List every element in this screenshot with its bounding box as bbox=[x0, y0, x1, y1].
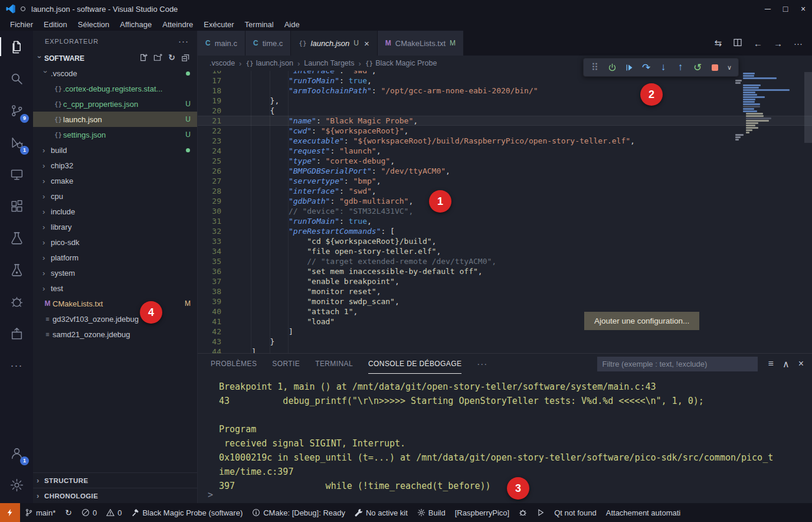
step-out-icon[interactable]: ↑ bbox=[675, 61, 686, 74]
menu-affichage[interactable]: Affichage bbox=[114, 19, 157, 30]
tree-item-include[interactable]: ›include bbox=[33, 204, 197, 219]
drag-handle-icon[interactable]: ⠿ bbox=[589, 61, 601, 74]
editor-scrollbar[interactable] bbox=[804, 72, 812, 143]
menu-terminal[interactable]: Terminal bbox=[240, 19, 279, 30]
maximize-button[interactable]: □ bbox=[777, 0, 794, 18]
power-icon[interactable] bbox=[606, 61, 618, 74]
status-debug-config[interactable]: Black Magic Probe (software) bbox=[126, 503, 247, 522]
tab-launch.json[interactable]: {}launch.jsonU× bbox=[291, 31, 377, 56]
activity-run-and-debug-icon[interactable]: 1 bbox=[0, 126, 33, 158]
status-qt-status[interactable]: Qt not found bbox=[549, 503, 601, 522]
status-cmake-status[interactable]: CMake: [Debug]: Ready bbox=[247, 503, 350, 522]
tree-item-settings.json[interactable]: {}settings.jsonU bbox=[33, 127, 197, 142]
tree-item-.vscode[interactable]: ›.vscode bbox=[33, 66, 197, 81]
tree-item-test[interactable]: ›test bbox=[33, 280, 197, 296]
tree-item-gd32vf103_ozone.jdebug[interactable]: ≡gd32vf103_ozone.jdebug bbox=[33, 311, 197, 327]
menu-edition[interactable]: Edition bbox=[38, 19, 73, 30]
continue-icon[interactable] bbox=[623, 61, 635, 74]
section-header-software[interactable]: › SOFTWARE ↻ bbox=[33, 51, 197, 66]
tree-item-.cortex-debug.registers.stat...[interactable]: {}.cortex-debug.registers.stat... bbox=[33, 81, 197, 96]
restart-icon[interactable]: ↺ bbox=[692, 61, 703, 74]
tree-item-platform[interactable]: ›platform bbox=[33, 250, 197, 265]
breadcrumb-item[interactable]: {}Black Magic Probe bbox=[365, 59, 437, 67]
code-editor[interactable]: 16 "interface": "swd",17 "runToMain": tr… bbox=[198, 71, 812, 353]
refresh-icon[interactable]: ↻ bbox=[168, 53, 175, 64]
breadcrumb-item[interactable]: .vscode bbox=[209, 59, 235, 67]
add-configuration-button[interactable]: Ajouter une configuration... bbox=[584, 312, 699, 330]
console-filter-input[interactable] bbox=[597, 357, 758, 371]
menu-atteindre[interactable]: Atteindre bbox=[157, 19, 198, 30]
tree-item-chip32[interactable]: ›chip32 bbox=[33, 158, 197, 173]
minimize-button[interactable]: ─ bbox=[759, 0, 777, 18]
activity-search-icon[interactable] bbox=[0, 63, 33, 94]
tree-item-build[interactable]: ›build bbox=[33, 142, 197, 158]
tree-item-samd21_ozone.jdebug[interactable]: ≡samd21_ozone.jdebug bbox=[33, 327, 197, 342]
activity-flask-icon[interactable] bbox=[0, 254, 33, 286]
status-warnings[interactable]: 0 bbox=[102, 503, 126, 522]
tab-main.c[interactable]: Cmain.c bbox=[198, 31, 245, 56]
activity-account-icon[interactable]: 1 bbox=[0, 437, 33, 469]
activity-remote-explorer-icon[interactable] bbox=[0, 158, 33, 190]
panel-tab-problèmes[interactable]: PROBLÈMES bbox=[211, 354, 257, 374]
status-git-branch[interactable]: main* bbox=[20, 503, 60, 522]
sidebar-more-icon[interactable]: ··· bbox=[178, 36, 189, 46]
split-editor-icon[interactable] bbox=[733, 38, 742, 49]
collapse-folders-icon[interactable] bbox=[181, 53, 190, 64]
section-structure[interactable]: ›STRUCTURE bbox=[33, 472, 197, 488]
section-chronologie[interactable]: ›CHRONOLOGIE bbox=[33, 488, 197, 503]
maximize-panel-icon[interactable]: ∧ bbox=[782, 358, 790, 370]
status-debug-bug[interactable] bbox=[514, 503, 532, 522]
tree-item-c_cpp_properties.json[interactable]: {}c_cpp_properties.jsonU bbox=[33, 96, 197, 112]
panel-tab-sortie[interactable]: SORTIE bbox=[272, 354, 300, 374]
tree-item-cpu[interactable]: ›cpu bbox=[33, 188, 197, 204]
menu-sélection[interactable]: Sélection bbox=[73, 19, 114, 30]
forward-icon[interactable]: → bbox=[774, 38, 782, 48]
activity-extensions-icon[interactable] bbox=[0, 190, 33, 222]
status-errors[interactable]: 0 bbox=[77, 503, 102, 522]
tab-CMakeLists.txt[interactable]: MCMakeLists.txtM bbox=[378, 31, 464, 56]
open-changes-icon[interactable]: ⇆ bbox=[714, 38, 722, 48]
menu-exécuter[interactable]: Exécuter bbox=[198, 19, 239, 30]
status-cmake-build[interactable]: Build bbox=[412, 503, 450, 522]
breadcrumb-item[interactable]: {}launch.json bbox=[245, 59, 293, 67]
panel-more-icon[interactable]: ··· bbox=[477, 354, 487, 374]
menu-aide[interactable]: Aide bbox=[279, 19, 305, 30]
status-cmake-target[interactable]: [RaspberryPico] bbox=[450, 503, 514, 522]
tree-item-library[interactable]: ›library bbox=[33, 219, 197, 234]
step-into-icon[interactable]: ↓ bbox=[657, 61, 669, 74]
activity-settings-gear-icon[interactable] bbox=[0, 469, 33, 501]
back-icon[interactable]: ← bbox=[754, 38, 762, 48]
minimap[interactable] bbox=[735, 73, 803, 141]
tab-time.c[interactable]: Ctime.c bbox=[245, 31, 291, 56]
activity-package-icon[interactable] bbox=[0, 318, 33, 350]
status-auto-attach[interactable]: Attachement automati bbox=[601, 503, 685, 522]
activity-explorer-icon[interactable] bbox=[0, 31, 33, 63]
new-folder-icon[interactable] bbox=[153, 53, 162, 64]
panel-tab-console-de-débogage[interactable]: CONSOLE DE DÉBOGAGE bbox=[368, 354, 461, 374]
status-cmake-kit[interactable]: No active kit bbox=[350, 503, 412, 522]
activity-more-actions-icon[interactable]: ··· bbox=[0, 350, 33, 381]
breadcrumb-item[interactable]: Launch Targets bbox=[304, 59, 354, 67]
activity-bug-round-icon[interactable] bbox=[0, 286, 33, 318]
stop-icon[interactable] bbox=[709, 61, 721, 74]
status-git-sync[interactable]: ↻ bbox=[60, 503, 77, 522]
close-tab-icon[interactable]: × bbox=[364, 38, 369, 48]
tree-item-pico-sdk[interactable]: ›pico-sdk bbox=[33, 234, 197, 250]
tree-item-cmake[interactable]: ›cmake bbox=[33, 173, 197, 188]
new-file-icon[interactable] bbox=[139, 53, 148, 64]
menu-fichier[interactable]: Fichier bbox=[5, 19, 38, 30]
console-prompt[interactable]: > bbox=[208, 490, 213, 500]
tree-item-system[interactable]: ›system bbox=[33, 265, 197, 280]
clear-console-icon[interactable]: ≡ bbox=[768, 358, 774, 369]
close-button[interactable]: × bbox=[794, 0, 812, 18]
tree-item-CMakeLists.txt[interactable]: MCMakeLists.txtM bbox=[33, 296, 197, 311]
activity-source-control-icon[interactable]: 9 bbox=[0, 94, 33, 126]
close-panel-icon[interactable]: × bbox=[798, 358, 804, 369]
status-remote-indicator[interactable] bbox=[0, 503, 20, 522]
activity-testing-beaker-icon[interactable] bbox=[0, 222, 33, 254]
tree-item-launch.json[interactable]: {}launch.jsonU bbox=[33, 112, 197, 127]
more-actions-icon[interactable]: ··· bbox=[794, 38, 803, 48]
dropdown-chevron-icon[interactable]: ∨ bbox=[726, 61, 733, 74]
step-over-icon[interactable]: ↷ bbox=[640, 61, 652, 74]
status-launch-play[interactable] bbox=[532, 503, 549, 522]
